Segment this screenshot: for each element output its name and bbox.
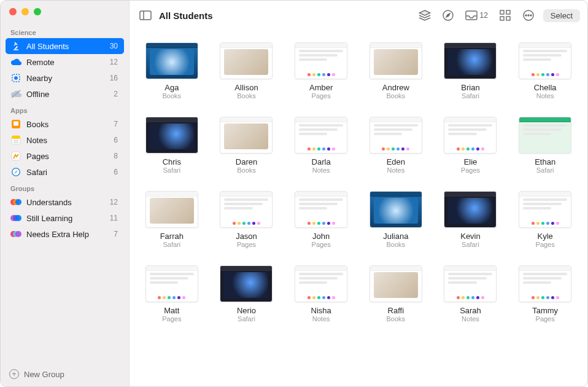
- student-screen-thumbnail[interactable]: [369, 191, 422, 228]
- student-cell[interactable]: EdenNotes: [368, 117, 424, 174]
- student-name: Farrah: [160, 232, 184, 241]
- sidebar-item-nearby[interactable]: Nearby16: [6, 70, 124, 86]
- sidebar-item-label: Books: [26, 120, 109, 129]
- sidebar-toggle-icon[interactable]: [137, 7, 154, 24]
- student-cell[interactable]: MattPages: [144, 265, 199, 322]
- sidebar-item-label: Notes: [26, 136, 109, 145]
- svg-rect-30: [506, 17, 510, 20]
- sidebar-item-remote[interactable]: Remote12: [6, 54, 124, 70]
- student-name: John: [312, 232, 330, 241]
- student-screen-thumbnail[interactable]: [145, 117, 198, 154]
- sidebar-item-notes[interactable]: Notes6: [6, 132, 124, 148]
- student-cell[interactable]: DarlaNotes: [293, 117, 349, 174]
- student-cell[interactable]: AllisonBooks: [219, 42, 274, 100]
- new-group-button[interactable]: + New Group: [1, 364, 129, 383]
- student-cell[interactable]: NishaNotes: [293, 265, 349, 322]
- student-screen-thumbnail[interactable]: [444, 265, 497, 302]
- student-cell[interactable]: JohnPages: [293, 191, 349, 248]
- sidebar-item-label: Nearby: [26, 74, 105, 83]
- student-cell[interactable]: JasonPages: [219, 191, 274, 248]
- student-cell[interactable]: BrianSafari: [443, 42, 498, 100]
- student-cell[interactable]: ChrisSafari: [144, 117, 199, 174]
- student-cell[interactable]: AmberPages: [293, 42, 349, 100]
- student-cell[interactable]: EliePages: [443, 117, 498, 174]
- student-active-app: Books: [387, 92, 406, 100]
- sidebar-item-label: Still Learning: [26, 214, 105, 223]
- student-cell[interactable]: TammyPages: [517, 265, 573, 322]
- student-cell[interactable]: EthanSafari: [517, 117, 573, 174]
- student-cell[interactable]: AgaBooks: [144, 42, 199, 100]
- student-active-app: Notes: [312, 315, 330, 322]
- student-screen-thumbnail[interactable]: [369, 42, 422, 79]
- student-screen-thumbnail[interactable]: [519, 117, 571, 154]
- student-name: Raffi: [388, 306, 404, 315]
- student-cell[interactable]: NerioSafari: [219, 265, 274, 322]
- zoom-window-button[interactable]: [34, 8, 41, 15]
- student-screen-thumbnail[interactable]: [519, 42, 571, 79]
- student-active-app: Notes: [462, 315, 479, 322]
- student-screen-thumbnail[interactable]: [145, 42, 198, 79]
- sidebar-item-offline[interactable]: Offline2: [6, 86, 124, 102]
- student-screen-thumbnail[interactable]: [295, 117, 347, 154]
- student-cell[interactable]: AndrewBooks: [368, 42, 424, 100]
- inbox-button[interactable]: 12: [463, 7, 490, 24]
- select-button[interactable]: Select: [543, 9, 580, 22]
- minimize-window-button[interactable]: [21, 8, 29, 15]
- student-screen-thumbnail[interactable]: [145, 265, 198, 302]
- student-name: Andrew: [382, 83, 409, 92]
- compass-icon[interactable]: [439, 7, 457, 24]
- student-cell[interactable]: ChellaNotes: [517, 42, 573, 100]
- student-cell[interactable]: FarrahSafari: [144, 191, 199, 248]
- student-active-app: Books: [387, 315, 406, 322]
- sidebar-item-books[interactable]: Books7: [6, 116, 124, 132]
- student-screen-thumbnail[interactable]: [444, 117, 497, 154]
- close-window-button[interactable]: [9, 8, 17, 15]
- cloud-off-icon: [10, 88, 21, 100]
- student-cell[interactable]: JulianaBooks: [368, 191, 424, 248]
- sidebar-item-all-students[interactable]: All Students30: [6, 38, 124, 54]
- svg-point-33: [528, 15, 529, 16]
- student-cell[interactable]: KylePages: [517, 191, 573, 248]
- student-name: Eden: [387, 157, 405, 166]
- student-cell[interactable]: KevinSafari: [443, 191, 498, 248]
- grid-view-icon[interactable]: [497, 7, 514, 24]
- student-screen-thumbnail[interactable]: [444, 191, 497, 228]
- student-screen-thumbnail[interactable]: [295, 265, 347, 302]
- student-screen-thumbnail[interactable]: [369, 265, 422, 302]
- student-screen-thumbnail[interactable]: [295, 42, 347, 79]
- student-active-app: Books: [387, 241, 406, 248]
- sidebar-item-understands[interactable]: Understands12: [6, 194, 124, 210]
- student-screen-thumbnail[interactable]: [220, 191, 273, 228]
- sidebar-item-label: Remote: [26, 58, 105, 67]
- student-name: Kevin: [460, 232, 481, 241]
- student-name: Aga: [164, 83, 179, 92]
- sidebar-item-safari[interactable]: Safari6: [6, 164, 124, 180]
- student-active-app: Safari: [462, 241, 479, 248]
- student-screen-thumbnail[interactable]: [519, 265, 571, 302]
- more-icon[interactable]: [520, 7, 537, 24]
- student-screen-thumbnail[interactable]: [519, 191, 571, 228]
- student-name: Ethan: [535, 157, 555, 166]
- microscope-icon: [10, 41, 21, 52]
- student-screen-thumbnail[interactable]: [220, 117, 273, 154]
- sidebar-item-needs-extra-help[interactable]: Needs Extra Help7: [6, 226, 124, 242]
- student-name: Allison: [234, 83, 258, 92]
- page-title: All Students: [159, 10, 213, 21]
- sidebar-item-pages[interactable]: Pages8: [6, 148, 124, 164]
- stack-icon[interactable]: [416, 7, 433, 24]
- group-b-icon: [10, 213, 21, 224]
- student-screen-thumbnail[interactable]: [220, 265, 273, 302]
- student-screen-thumbnail[interactable]: [145, 191, 198, 228]
- student-cell[interactable]: SarahNotes: [443, 265, 498, 322]
- student-screen-thumbnail[interactable]: [220, 42, 273, 79]
- student-screen-thumbnail[interactable]: [295, 191, 347, 228]
- student-screen-thumbnail[interactable]: [369, 117, 422, 154]
- student-cell[interactable]: RaffiBooks: [368, 265, 424, 322]
- sidebar-item-still-learning[interactable]: Still Learning11: [6, 210, 124, 226]
- group-c-icon: [10, 229, 21, 240]
- svg-marker-23: [419, 10, 430, 15]
- student-cell[interactable]: DarenBooks: [219, 117, 274, 174]
- svg-point-17: [15, 215, 21, 221]
- student-screen-thumbnail[interactable]: [444, 42, 497, 79]
- svg-rect-29: [500, 17, 504, 20]
